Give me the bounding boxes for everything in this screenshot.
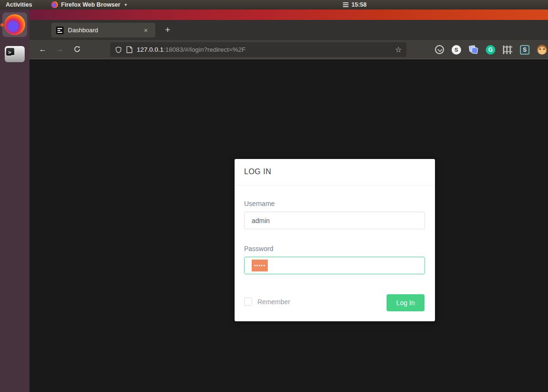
forward-button: →	[52, 43, 67, 56]
grammarly-icon[interactable]: G	[485, 45, 496, 55]
fence-extension-icon[interactable]	[502, 45, 513, 55]
dock-item-firefox[interactable]	[2, 12, 27, 37]
terminal-icon: >_	[5, 46, 25, 62]
pocket-icon[interactable]	[434, 45, 444, 55]
login-card: LOG IN Username Password ••••• Remember …	[235, 159, 435, 321]
remember-row: Remember	[244, 298, 290, 306]
tab-close-icon[interactable]: ×	[141, 26, 151, 35]
gnome-top-panel: Activities Firefox Web Browser ▾ 15:58	[0, 0, 548, 9]
tab-dashboard[interactable]: Dashboard ×	[51, 23, 155, 37]
remember-checkbox[interactable]	[244, 298, 252, 306]
app-menu[interactable]: Firefox Web Browser ▾	[51, 0, 127, 9]
weekday-icon	[343, 2, 349, 7]
password-label: Password	[244, 245, 273, 252]
dock: >_	[0, 9, 29, 392]
password-masked-selection: •••••	[252, 260, 268, 271]
url-bar[interactable]: 127.0.0.1:18083/#/login?redirect=%2F ☆	[110, 42, 406, 57]
extension-s-icon[interactable]: S	[451, 45, 462, 55]
back-button[interactable]: ←	[35, 43, 50, 56]
divider	[235, 185, 435, 186]
extension-toolbar: S G S	[434, 40, 547, 59]
page-info-icon[interactable]	[126, 46, 132, 53]
new-tab-button[interactable]: +	[161, 24, 174, 36]
copy-pages-extension-icon[interactable]	[468, 45, 479, 55]
firefox-icon	[4, 14, 25, 35]
clock-time: 15:58	[351, 1, 367, 8]
activities-button[interactable]: Activities	[0, 0, 38, 9]
app-menu-label: Firefox Web Browser	[61, 1, 121, 8]
username-field[interactable]	[244, 212, 425, 229]
chevron-down-icon: ▾	[124, 2, 127, 7]
navigation-toolbar: ← → 127.0.0.1:18083/#/login?redirect=%2F…	[29, 40, 548, 59]
tab-bar: Dashboard × +	[29, 20, 548, 40]
terminal-prompt-glyph: >_	[6, 48, 14, 56]
login-title: LOG IN	[244, 168, 271, 176]
login-button[interactable]: Log In	[387, 294, 425, 311]
bookmark-star-icon[interactable]: ☆	[395, 45, 402, 54]
firefox-window: Dashboard × + ← → 127.0.0.1:18083/#/logi…	[29, 20, 548, 392]
url-text: 127.0.0.1:18083/#/login?redirect=%2F	[137, 46, 246, 53]
tampermonkey-icon[interactable]	[537, 45, 547, 55]
page-content: LOG IN Username Password ••••• Remember …	[29, 60, 548, 392]
url-path: :18083/#/login?redirect=%2F	[163, 46, 246, 53]
dock-item-terminal[interactable]: >_	[2, 42, 27, 66]
reload-button[interactable]	[69, 43, 85, 56]
tab-favicon-icon	[56, 27, 64, 34]
running-indicator-dot	[0, 23, 4, 27]
desktop-wallpaper	[29, 9, 548, 20]
remember-label: Remember	[257, 298, 290, 306]
firefox-mini-icon	[51, 1, 58, 8]
url-host: 127.0.0.1	[137, 46, 163, 53]
shield-icon[interactable]	[115, 46, 122, 54]
clock-menu[interactable]: 15:58	[343, 0, 367, 9]
password-field[interactable]: •••••	[244, 257, 425, 274]
tab-title: Dashboard	[68, 27, 141, 34]
username-label: Username	[244, 200, 275, 207]
stylus-icon[interactable]: S	[520, 45, 530, 55]
